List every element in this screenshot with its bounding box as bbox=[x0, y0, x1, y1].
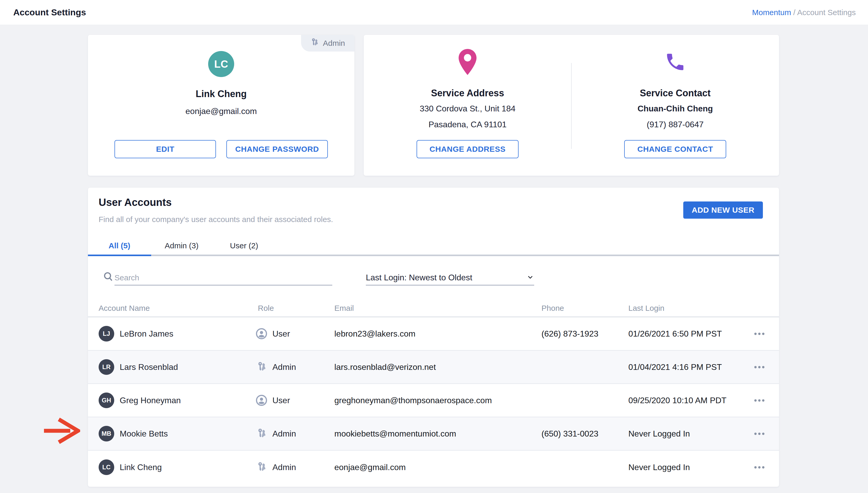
row-menu-button[interactable] bbox=[750, 328, 769, 339]
row-menu-button[interactable] bbox=[750, 395, 769, 406]
column-header-account-name: Account Name bbox=[98, 304, 150, 313]
change-contact-button[interactable]: CHANGE CONTACT bbox=[624, 140, 726, 158]
ellipsis-icon bbox=[754, 433, 757, 435]
avatar: GH bbox=[98, 392, 114, 408]
role-label: User bbox=[272, 329, 290, 339]
service-contact-section: Service Contact Chuan-Chih Cheng (917) 8… bbox=[571, 35, 779, 176]
table-row[interactable]: LR Lars Rosenblad Admin lars.rosenblad@v… bbox=[88, 350, 779, 384]
active-tab-indicator bbox=[88, 255, 151, 256]
table-row[interactable]: GH Greg Honeyman User greghoneyman@thomp… bbox=[88, 384, 779, 417]
avatar: LR bbox=[98, 359, 114, 375]
account-name: Greg Honeyman bbox=[120, 395, 181, 405]
user-accounts-panel: User Accounts Find all of your company's… bbox=[88, 188, 779, 487]
profile-email: eonjae@gmail.com bbox=[185, 106, 257, 116]
row-menu-button[interactable] bbox=[750, 362, 769, 372]
page-title: Account Settings bbox=[13, 7, 86, 18]
account-name: Link Cheng bbox=[120, 463, 162, 472]
role-label: Admin bbox=[272, 429, 296, 438]
tab-all[interactable]: All (5) bbox=[109, 241, 130, 250]
service-address-title: Service Address bbox=[364, 88, 571, 99]
breadcrumb-separator: / bbox=[791, 8, 797, 17]
admin-badge-label: Admin bbox=[323, 39, 345, 48]
email-value: lars.rosenblad@verizon.net bbox=[334, 362, 436, 372]
sort-select-value: Last Login: Newest to Oldest bbox=[366, 273, 472, 282]
profile-name: Link Cheng bbox=[196, 88, 247, 100]
service-address-section: Service Address 330 Cordova St., Unit 18… bbox=[364, 35, 571, 176]
last-login-value: 01/04/2021 4:16 PM PST bbox=[628, 362, 722, 372]
user-accounts-title: User Accounts bbox=[98, 196, 172, 208]
breadcrumb: Momentum / Account Settings bbox=[752, 8, 856, 17]
topbar: Account Settings Momentum / Account Sett… bbox=[0, 0, 868, 25]
tabs-underline bbox=[88, 255, 779, 256]
account-name: Lars Rosenblad bbox=[120, 362, 178, 372]
role-user-icon bbox=[256, 394, 267, 406]
role-admin-icon bbox=[256, 361, 267, 373]
phone-icon bbox=[664, 46, 686, 78]
table-row[interactable]: MB Mookie Betts Admin mookiebetts@moment… bbox=[88, 417, 779, 451]
service-address-line2: Pasadena, CA 91101 bbox=[364, 120, 571, 129]
account-name: Mookie Betts bbox=[120, 429, 168, 438]
breadcrumb-current: Account Settings bbox=[797, 8, 856, 17]
ellipsis-icon bbox=[754, 399, 757, 402]
search-field bbox=[114, 271, 332, 285]
service-card: Service Address 330 Cordova St., Unit 18… bbox=[364, 35, 779, 176]
role-user-icon bbox=[256, 328, 267, 340]
avatar: LJ bbox=[98, 326, 114, 342]
avatar: MB bbox=[98, 426, 114, 442]
table-row[interactable]: LC Link Cheng Admin eonjae@gmail.com Nev… bbox=[88, 451, 779, 484]
service-contact-name: Chuan-Chih Cheng bbox=[571, 104, 779, 113]
table-body: LJ LeBron James User lebron23@lakers.com… bbox=[88, 317, 779, 484]
add-new-user-button[interactable]: ADD NEW USER bbox=[683, 201, 763, 219]
avatar: LC bbox=[208, 51, 234, 77]
search-icon bbox=[103, 271, 114, 283]
last-login-value: Never Logged In bbox=[628, 429, 690, 438]
last-login-value: Never Logged In bbox=[628, 463, 690, 472]
profile-card: Admin LC Link Cheng eonjae@gmail.com EDI… bbox=[88, 35, 354, 176]
phone-value: (650) 331-0023 bbox=[541, 429, 598, 438]
email-value: mookiebetts@momentumiot.com bbox=[334, 429, 456, 438]
avatar: LC bbox=[98, 459, 114, 475]
column-header-last-login: Last Login bbox=[628, 304, 664, 313]
account-name: LeBron James bbox=[120, 329, 173, 339]
role-label: User bbox=[272, 395, 290, 405]
chevron-down-icon bbox=[526, 273, 534, 282]
ellipsis-icon bbox=[754, 466, 757, 469]
email-value: greghoneyman@thompsonaerospace.com bbox=[334, 395, 492, 405]
tab-user[interactable]: User (2) bbox=[230, 241, 258, 250]
service-contact-title: Service Contact bbox=[571, 88, 779, 99]
change-address-button[interactable]: CHANGE ADDRESS bbox=[417, 140, 518, 158]
row-menu-button[interactable] bbox=[750, 462, 769, 472]
red-arrow-annotation bbox=[43, 417, 80, 445]
column-header-email: Email bbox=[334, 304, 354, 313]
email-value: eonjae@gmail.com bbox=[334, 463, 406, 472]
last-login-value: 01/26/2021 6:50 PM PST bbox=[628, 329, 722, 339]
edit-button[interactable]: EDIT bbox=[114, 140, 216, 158]
table-header: Account Name Role Email Phone Last Login bbox=[88, 300, 779, 317]
ellipsis-icon bbox=[754, 333, 757, 335]
sort-select[interactable]: Last Login: Newest to Oldest bbox=[366, 271, 534, 285]
email-value: lebron23@lakers.com bbox=[334, 329, 416, 339]
column-header-phone: Phone bbox=[541, 304, 564, 313]
change-password-button[interactable]: CHANGE PASSWORD bbox=[226, 140, 328, 158]
table-row[interactable]: LJ LeBron James User lebron23@lakers.com… bbox=[88, 317, 779, 350]
service-contact-phone: (917) 887-0647 bbox=[571, 120, 779, 129]
service-address-line1: 330 Cordova St., Unit 184 bbox=[364, 104, 571, 113]
role-admin-icon bbox=[256, 461, 267, 473]
tab-admin[interactable]: Admin (3) bbox=[165, 241, 199, 250]
ellipsis-icon bbox=[754, 366, 757, 368]
user-accounts-subtitle: Find all of your company's user accounts… bbox=[98, 215, 333, 224]
location-pin-icon bbox=[458, 46, 477, 78]
admin-role-badge: Admin bbox=[301, 35, 354, 51]
role-label: Admin bbox=[272, 362, 296, 372]
phone-value: (626) 873-1923 bbox=[541, 329, 598, 339]
last-login-value: 09/25/2020 10:10 AM PDT bbox=[628, 395, 727, 405]
breadcrumb-link-momentum[interactable]: Momentum bbox=[752, 8, 791, 17]
column-header-role: Role bbox=[258, 304, 274, 313]
search-input[interactable] bbox=[114, 271, 332, 285]
role-label: Admin bbox=[272, 463, 296, 472]
keys-icon bbox=[310, 38, 319, 49]
row-menu-button[interactable] bbox=[750, 428, 769, 439]
role-admin-icon bbox=[256, 428, 267, 440]
